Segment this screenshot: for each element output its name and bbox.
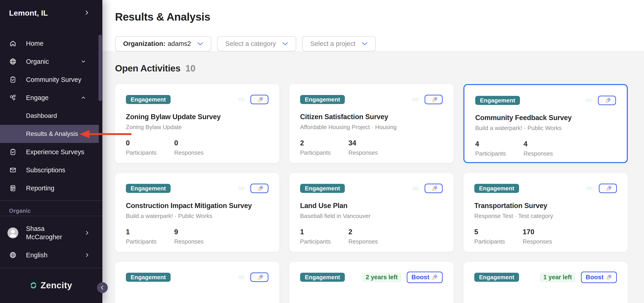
organization-value: adams2	[168, 40, 191, 48]
boost-button[interactable]	[598, 96, 616, 105]
activity-card[interactable]: Engagement Community Feedback Survey Bui…	[464, 84, 628, 163]
engagement-badge: Engagement	[126, 95, 170, 104]
time-left-badge	[585, 99, 592, 102]
sidebar-item-experience-surveys[interactable]: Experience Surveys	[0, 143, 99, 161]
sidebar-item-community-survey[interactable]: Community Survey	[0, 71, 99, 89]
chevron-down-icon	[197, 42, 203, 46]
boost-button[interactable]: Boost	[407, 271, 443, 283]
rocket-icon	[257, 185, 264, 191]
organization-dropdown[interactable]: Organization: adams2	[115, 36, 211, 51]
boost-label: Boost	[586, 273, 604, 281]
rocket-icon	[432, 185, 438, 191]
person-icon	[8, 227, 18, 238]
sidebar-item-dashboard[interactable]: Dashboard	[0, 107, 99, 125]
sidebar-item-results-analysis[interactable]: Results & Analysis	[0, 125, 99, 143]
card-title: Construction Impact Mitigation Survey	[126, 202, 268, 210]
activity-card[interactable]: Engagement Zoning Bylaw Update Survey Zo…	[115, 84, 279, 163]
language-selector[interactable]: English	[0, 246, 102, 264]
time-left-badge	[238, 275, 245, 279]
sidebar-item-reporting[interactable]: Reporting	[0, 179, 99, 197]
divider	[0, 216, 102, 216]
participants-value: 1	[300, 228, 348, 236]
org-switcher[interactable]: Lemont, IL	[9, 9, 90, 18]
activity-card[interactable]: Engagement Land Use Plan Baseball field …	[289, 173, 454, 252]
page-header: Results & Analysis Organization: adams2 …	[102, 0, 644, 52]
avatar	[8, 227, 18, 238]
engagement-badge: Engagement	[474, 273, 519, 282]
activity-card[interactable]: Engagement Transportation Survey Respons…	[464, 173, 628, 252]
activity-card[interactable]: Engagement 2 years left Boost	[289, 262, 454, 303]
card-top-row: Engagement 1 year left Boost	[474, 272, 617, 282]
sidebar-collapse-button[interactable]	[97, 282, 108, 293]
responses-label: Responses	[524, 150, 572, 157]
sidebar-item-organic[interactable]: Organic	[0, 53, 99, 71]
sidebar-section-label: Organic	[9, 208, 31, 214]
card-title: Zoning Bylaw Update Survey	[126, 113, 268, 121]
participants-stat: 5 Participants	[474, 228, 523, 245]
filter-bar: Organization: adams2 Select a category S…	[115, 36, 644, 51]
sidebar-item-engage[interactable]: Engage	[0, 89, 99, 107]
category-dropdown[interactable]: Select a category	[217, 36, 296, 51]
user-menu[interactable]: Shasa McCarogher	[8, 224, 102, 242]
boost-button[interactable]: Boost	[581, 271, 617, 283]
activity-card[interactable]: Engagement Construction Impact Mitigatio…	[115, 173, 279, 252]
participants-value: 5	[474, 228, 523, 236]
content-area: Open Activities 10 Engagement	[102, 52, 644, 303]
responses-label: Responses	[174, 149, 222, 156]
main-area: Results & Analysis Organization: adams2 …	[102, 0, 644, 303]
responses-stat: 170 Responses	[523, 228, 571, 245]
sidebar-item-label: Organic	[26, 58, 49, 65]
sidebar: Lemont, IL HomeOrganicCommunity SurveyEn…	[0, 0, 102, 303]
language-label: English	[26, 251, 48, 259]
sidebar-item-label: Home	[26, 40, 44, 47]
boost-button[interactable]	[250, 95, 268, 104]
user-name: Shasa McCarogher	[26, 224, 62, 241]
chevron-right-icon	[84, 252, 90, 258]
responses-value: 0	[174, 139, 222, 147]
card-title: Transportation Survey	[474, 202, 617, 210]
divider	[0, 200, 102, 201]
participants-label: Participants	[126, 238, 174, 245]
activity-card[interactable]: Engagement Citizen Satisfaction Survey A…	[289, 84, 454, 163]
sidebar-item-home[interactable]: Home	[0, 34, 99, 53]
boost-button[interactable]	[250, 272, 268, 282]
sidebar-item-label: Subscriptions	[26, 166, 65, 174]
globe-icon	[9, 58, 17, 65]
responses-value: 170	[523, 228, 571, 236]
engagement-badge: Engagement	[474, 184, 519, 193]
card-top-right	[412, 184, 443, 193]
card-top-row: Engagement 2 years left Boost	[300, 272, 443, 282]
participants-stat: 4 Participants	[475, 140, 524, 157]
card-top-right: 2 years left Boost	[362, 271, 443, 283]
responses-stat: 0 Responses	[174, 139, 222, 156]
card-subtitle: Response Test · Test category	[474, 213, 617, 220]
participants-stat: 1 Participants	[126, 228, 174, 245]
boost-button[interactable]	[424, 95, 443, 104]
card-top-row: Engagement	[126, 95, 268, 105]
boost-button[interactable]	[599, 184, 617, 193]
sidebar-scrollbar[interactable]	[98, 35, 102, 101]
project-dropdown[interactable]: Select a project	[302, 36, 376, 51]
activity-card[interactable]: Engagement 1 year left Boost	[464, 262, 628, 303]
card-top-right	[585, 96, 616, 105]
activity-card[interactable]: Engagement	[115, 262, 279, 303]
card-top-right	[238, 272, 268, 282]
engagement-badge: Engagement	[126, 184, 170, 193]
responses-stat: 4 Responses	[524, 140, 572, 157]
sidebar-item-subscriptions[interactable]: Subscriptions	[0, 161, 99, 179]
card-top-row: Engagement	[126, 183, 268, 193]
boost-button[interactable]	[250, 184, 268, 193]
participants-value: 0	[126, 139, 174, 147]
chevron-right-icon	[84, 9, 90, 18]
sidebar-item-label: Reporting	[26, 184, 54, 192]
card-subtitle: Build a waterpark! · Public Works	[475, 125, 616, 132]
responses-label: Responses	[523, 238, 571, 245]
sidebar-item-label: Results & Analysis	[26, 130, 78, 137]
participants-label: Participants	[475, 150, 524, 157]
card-stats: 4 Participants 4 Responses	[475, 140, 616, 157]
participants-value: 2	[300, 139, 348, 147]
responses-stat: 2 Responses	[348, 228, 397, 245]
boost-button[interactable]	[424, 184, 443, 193]
share-nodes-icon	[9, 94, 17, 102]
card-title: Community Feedback Survey	[475, 114, 616, 122]
